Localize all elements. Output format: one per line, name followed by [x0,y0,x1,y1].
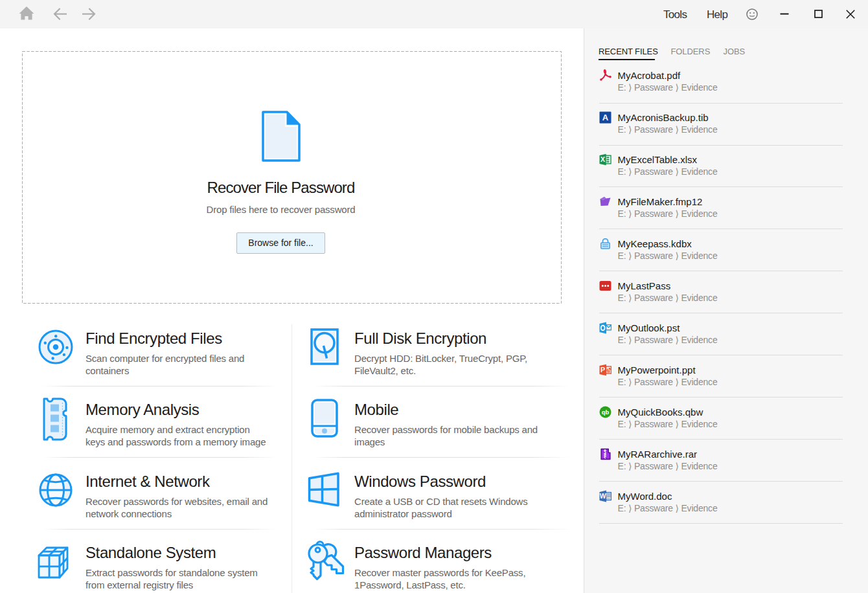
svg-text:X: X [600,155,605,163]
svg-text:P: P [600,366,605,374]
svg-text:qb: qb [602,408,610,416]
svg-text:W: W [600,492,606,500]
svg-text:A: A [602,113,609,122]
